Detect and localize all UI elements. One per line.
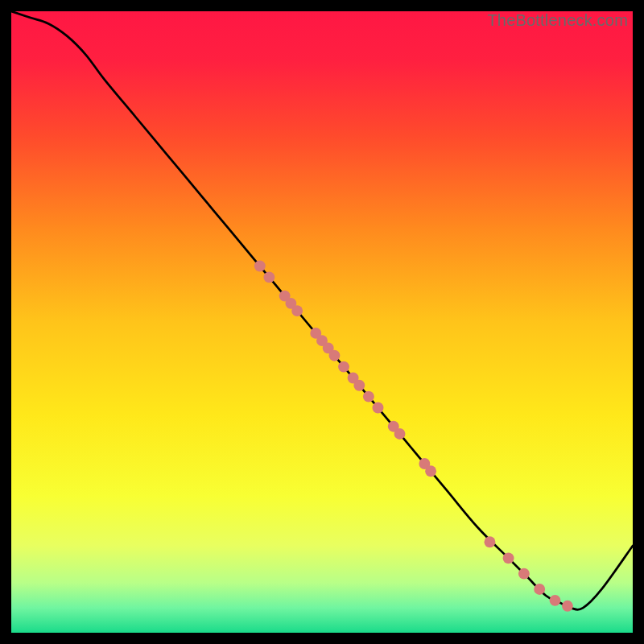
marker-point bbox=[338, 361, 349, 373]
marker-points bbox=[254, 261, 573, 612]
marker-point bbox=[503, 552, 514, 564]
marker-point bbox=[534, 584, 545, 595]
marker-point bbox=[263, 271, 275, 283]
marker-point bbox=[291, 305, 303, 316]
chart-overlay bbox=[11, 11, 633, 633]
chart-frame: TheBottleneck.com bbox=[0, 0, 644, 644]
marker-point bbox=[373, 402, 384, 414]
marker-point bbox=[328, 350, 340, 361]
marker-point bbox=[562, 601, 573, 612]
marker-point bbox=[353, 380, 365, 391]
marker-point bbox=[550, 595, 561, 606]
marker-point bbox=[394, 428, 406, 440]
watermark-text: TheBottleneck.com bbox=[487, 11, 628, 30]
marker-point bbox=[425, 465, 436, 477]
marker-point bbox=[518, 568, 530, 580]
bottleneck-curve bbox=[11, 11, 633, 609]
plot-area: TheBottleneck.com bbox=[11, 11, 633, 633]
marker-point bbox=[363, 391, 374, 402]
marker-point bbox=[484, 536, 495, 547]
marker-point bbox=[254, 261, 266, 272]
